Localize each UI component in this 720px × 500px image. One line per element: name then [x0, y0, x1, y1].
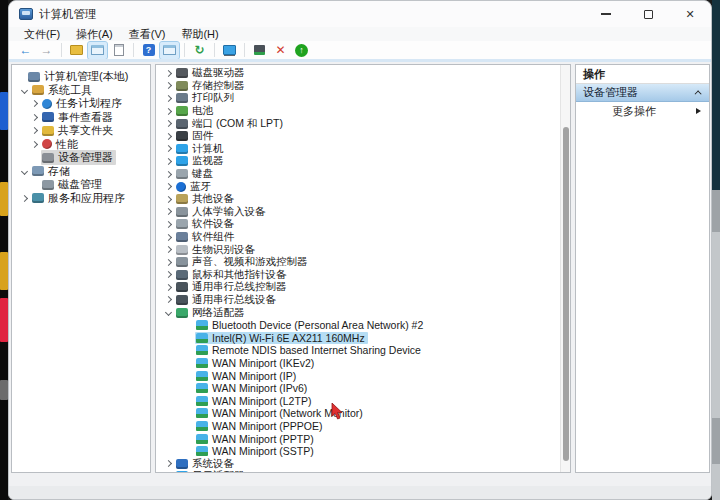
- chevron-collapsed-icon[interactable]: [165, 158, 172, 165]
- up-level-icon[interactable]: [67, 42, 86, 59]
- chevron-collapsed-icon[interactable]: [31, 141, 38, 148]
- title-bar[interactable]: 计算机管理 ✕: [9, 1, 711, 27]
- chevron-collapsed-icon[interactable]: [165, 233, 172, 240]
- close-button[interactable]: ✕: [669, 1, 711, 27]
- scrollbar-thumb[interactable]: [563, 127, 569, 461]
- chevron-up-icon[interactable]: [695, 90, 702, 97]
- chevron-collapsed-icon[interactable]: [165, 284, 172, 291]
- chevron-collapsed-icon[interactable]: [165, 171, 172, 178]
- chevron-collapsed-icon[interactable]: [165, 120, 172, 127]
- tree-item[interactable]: 存储控制器: [156, 80, 570, 93]
- tree-item[interactable]: 磁盘管理: [12, 178, 150, 192]
- chevron-collapsed-icon[interactable]: [21, 195, 28, 202]
- tree-item[interactable]: 电池: [156, 105, 570, 118]
- tree-item[interactable]: 通用串行总线设备: [156, 294, 570, 307]
- network-adapter-icon: [176, 308, 188, 318]
- tree-item[interactable]: 键盘: [156, 168, 570, 181]
- tree-item[interactable]: 鼠标和其他指针设备: [156, 269, 570, 282]
- uninstall-device-icon[interactable]: ✕: [271, 42, 290, 59]
- tree-item[interactable]: WAN Miniport (PPPOE): [156, 420, 570, 433]
- update-driver-icon[interactable]: [250, 42, 269, 59]
- tree-item[interactable]: 系统设备: [156, 457, 570, 470]
- tree-item[interactable]: Intel(R) Wi-Fi 6E AX211 160MHz: [156, 331, 570, 344]
- chevron-collapsed-icon[interactable]: [165, 196, 172, 203]
- chevron-collapsed-icon[interactable]: [165, 95, 172, 102]
- update-driver-software-icon[interactable]: ↑: [292, 42, 311, 59]
- tree-item[interactable]: 系统工具: [12, 84, 150, 98]
- tree-item[interactable]: Bluetooth Device (Personal Area Network)…: [156, 319, 570, 332]
- chevron-collapsed-icon[interactable]: [31, 127, 38, 134]
- chevron-expanded-icon[interactable]: [21, 168, 28, 175]
- menu-item[interactable]: 文件(F): [17, 27, 67, 42]
- chevron-collapsed-icon[interactable]: [165, 70, 172, 77]
- chevron-collapsed-icon[interactable]: [165, 208, 172, 215]
- tree-item[interactable]: 其他设备: [156, 193, 570, 206]
- properties-icon[interactable]: [109, 42, 128, 59]
- tree-item[interactable]: 蓝牙: [156, 180, 570, 193]
- show-console-tree-icon[interactable]: [88, 42, 107, 59]
- tree-item[interactable]: WAN Miniport (IKEv2): [156, 357, 570, 370]
- chevron-collapsed-icon[interactable]: [31, 100, 38, 107]
- menu-item[interactable]: 帮助(H): [174, 27, 225, 42]
- minimize-button[interactable]: [585, 1, 627, 27]
- chevron-collapsed-icon[interactable]: [165, 108, 172, 115]
- maximize-button[interactable]: [627, 1, 669, 27]
- menu-item[interactable]: 查看(V): [122, 27, 173, 42]
- tree-item[interactable]: 通用串行总线控制器: [156, 281, 570, 294]
- tree-item[interactable]: 计算机: [156, 143, 570, 156]
- chevron-collapsed-icon[interactable]: [165, 145, 172, 152]
- chevron-collapsed-icon[interactable]: [165, 296, 172, 303]
- tree-item[interactable]: WAN Miniport (SSTP): [156, 445, 570, 458]
- tree-item[interactable]: 打印队列: [156, 92, 570, 105]
- tree-item[interactable]: 磁盘驱动器: [156, 67, 570, 80]
- chevron-collapsed-icon[interactable]: [165, 183, 172, 190]
- scrollbar[interactable]: [560, 65, 570, 472]
- tree-item[interactable]: 监视器: [156, 155, 570, 168]
- chevron-collapsed-icon[interactable]: [165, 460, 172, 467]
- chevron-collapsed-icon[interactable]: [165, 246, 172, 253]
- tree-item[interactable]: 计算机管理(本地): [12, 70, 150, 84]
- tree-item[interactable]: WAN Miniport (PPTP): [156, 432, 570, 445]
- chevron-collapsed-icon[interactable]: [165, 259, 172, 266]
- tree-item[interactable]: WAN Miniport (Network Monitor): [156, 407, 570, 420]
- desktop-fragment: [712, 190, 720, 232]
- actions-section-device-manager[interactable]: 设备管理器: [576, 84, 709, 102]
- tree-item[interactable]: 软件组件: [156, 231, 570, 244]
- tree-item[interactable]: 生物识别设备: [156, 243, 570, 256]
- chevron-collapsed-icon[interactable]: [165, 221, 172, 228]
- tree-item[interactable]: 显示适配器: [156, 470, 570, 473]
- chevron-expanded-icon[interactable]: [165, 309, 172, 316]
- chevron-collapsed-icon[interactable]: [31, 114, 38, 121]
- tree-item[interactable]: 服务和应用程序: [12, 192, 150, 206]
- more-actions-item[interactable]: 更多操作: [576, 102, 709, 120]
- tree-item[interactable]: 软件设备: [156, 218, 570, 231]
- window-bottom-edge: [9, 486, 711, 499]
- scan-hardware-icon[interactable]: [220, 42, 239, 59]
- tree-item[interactable]: 性能: [12, 138, 150, 152]
- tree-item[interactable]: 事件查看器: [12, 111, 150, 125]
- tree-item[interactable]: 存储: [12, 165, 150, 179]
- tree-item[interactable]: WAN Miniport (IPv6): [156, 382, 570, 395]
- tree-item[interactable]: Remote NDIS based Internet Sharing Devic…: [156, 344, 570, 357]
- tree-item[interactable]: 共享文件夹: [12, 124, 150, 138]
- back-icon[interactable]: ←: [16, 42, 35, 59]
- tree-item[interactable]: 端口 (COM 和 LPT): [156, 117, 570, 130]
- show-action-pane-icon[interactable]: [160, 42, 179, 59]
- tree-item[interactable]: 任务计划程序: [12, 97, 150, 111]
- chevron-collapsed-icon[interactable]: [165, 133, 172, 140]
- menu-item[interactable]: 操作(A): [69, 27, 120, 42]
- help-icon[interactable]: ?: [139, 42, 158, 59]
- tree-item[interactable]: 网络适配器: [156, 306, 570, 319]
- chevron-collapsed-icon[interactable]: [165, 271, 172, 278]
- tree-item[interactable]: WAN Miniport (L2TP): [156, 394, 570, 407]
- tree-item[interactable]: WAN Miniport (IP): [156, 369, 570, 382]
- refresh-icon[interactable]: ↻: [190, 42, 209, 59]
- chevron-expanded-icon[interactable]: [21, 87, 28, 94]
- forward-icon[interactable]: →: [37, 42, 56, 59]
- chevron-collapsed-icon[interactable]: [165, 82, 172, 89]
- tree-item[interactable]: 固件: [156, 130, 570, 143]
- desktop-icon-fragment: [0, 92, 8, 130]
- tree-item[interactable]: 设备管理器: [12, 151, 150, 165]
- tree-item[interactable]: 声音、视频和游戏控制器: [156, 256, 570, 269]
- tree-item[interactable]: 人体学输入设备: [156, 206, 570, 219]
